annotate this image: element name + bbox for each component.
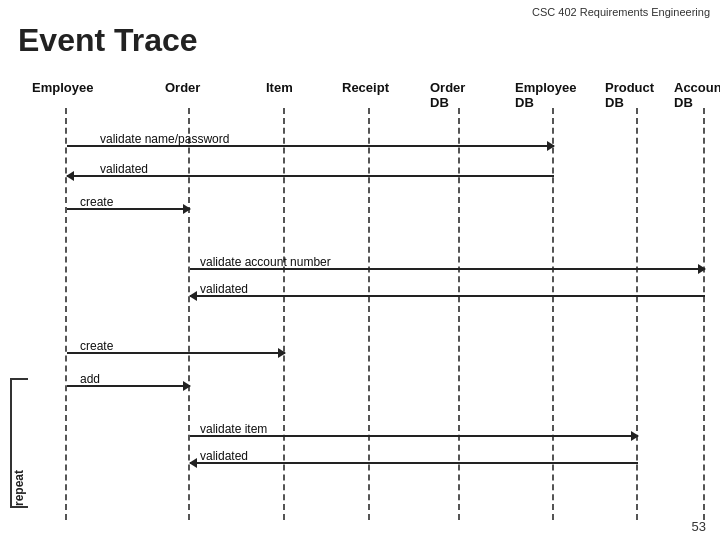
label-validate-name: validate name/password	[100, 132, 229, 146]
lifeline-employeedb-label: EmployeeDB	[515, 80, 576, 110]
label-validate-item: validate item	[200, 422, 267, 436]
lifeline-productdb-line	[636, 108, 638, 520]
lifeline-item-line	[283, 108, 285, 520]
lifeline-employee-line	[65, 108, 67, 520]
page-title: Event Trace	[18, 22, 198, 59]
lifeline-receipt-line	[368, 108, 370, 520]
label-validated-3: validated	[200, 449, 248, 463]
lifeline-employee-label: Employee	[32, 80, 93, 95]
label-create-item: create	[80, 339, 113, 353]
course-label: CSC 402 Requirements Engineering	[532, 6, 710, 18]
lifeline-receipt-label: Receipt	[342, 80, 389, 95]
label-validated-2: validated	[200, 282, 248, 296]
label-add: add	[80, 372, 100, 386]
diagram-area: Employee Order Item Receipt OrderDB Empl…	[10, 80, 710, 520]
repeat-label: repeat	[12, 470, 26, 506]
lifeline-accountdb-line	[703, 108, 705, 520]
label-validate-account: validate account number	[200, 255, 331, 269]
label-create-order: create	[80, 195, 113, 209]
label-validated-1: validated	[100, 162, 148, 176]
lifeline-item-label: Item	[266, 80, 293, 95]
arrow-validated-2	[190, 295, 705, 297]
arrow-validated-3	[190, 462, 638, 464]
lifeline-employeedb-line	[552, 108, 554, 520]
lifeline-orderdb-line	[458, 108, 460, 520]
page-number: 53	[692, 519, 706, 534]
lifeline-accountdb-label: AccountDB	[674, 80, 720, 110]
lifeline-order-label: Order	[165, 80, 200, 95]
lifeline-orderdb-label: OrderDB	[430, 80, 465, 110]
lifeline-productdb-label: ProductDB	[605, 80, 654, 110]
